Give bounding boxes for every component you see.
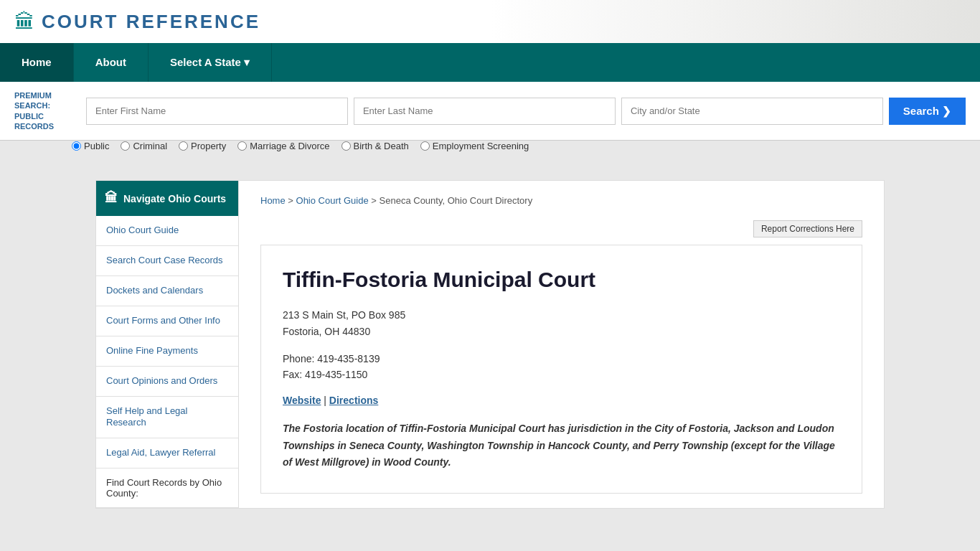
first-name-input[interactable] (86, 98, 348, 125)
sidebar: 🏛 Navigate Ohio Courts Ohio Court Guide … (95, 180, 239, 509)
content-panel: Home > Ohio Court Guide > Seneca County,… (239, 180, 885, 509)
main-container: 🏛 Navigate Ohio Courts Ohio Court Guide … (95, 180, 885, 509)
sidebar-item-dockets[interactable]: Dockets and Calendars (96, 276, 238, 306)
nav-about[interactable]: About (74, 43, 149, 82)
search-button[interactable]: Search ❯ (889, 98, 966, 125)
address-line1: 213 S Main St, PO Box 985 (283, 309, 405, 321)
nav-select-state[interactable]: Select A State ▾ (149, 43, 272, 82)
sidebar-item-find-records: Find Court Records by Ohio County: (96, 468, 238, 508)
header: 🏛 COURT REFERENCE (0, 0, 980, 43)
sidebar-icon: 🏛 (105, 191, 118, 206)
option-marriage[interactable]: Marriage & Divorce (237, 141, 329, 151)
sidebar-title: Navigate Ohio Courts (123, 193, 226, 204)
fax: Fax: 419-435-1150 (283, 369, 367, 380)
website-link[interactable]: Website (283, 395, 321, 406)
option-property[interactable]: Property (179, 141, 226, 151)
sidebar-item-fines[interactable]: Online Fine Payments (96, 336, 238, 367)
court-name: Tiffin-Fostoria Municipal Court (283, 267, 840, 293)
last-name-input[interactable] (354, 98, 616, 125)
directions-link[interactable]: Directions (329, 395, 378, 406)
search-bar: PREMIUM SEARCH: PUBLIC RECORDS Search ❯ (0, 82, 980, 141)
report-corrections-button[interactable]: Report Corrections Here (753, 220, 862, 237)
option-criminal[interactable]: Criminal (121, 141, 167, 151)
search-inputs: Search ❯ (86, 98, 966, 125)
link-separator: | (324, 395, 329, 406)
sidebar-item-case-records[interactable]: Search Court Case Records (96, 246, 238, 276)
report-btn-wrap: Report Corrections Here (260, 220, 862, 237)
search-options: Public Criminal Property Marriage & Divo… (72, 141, 980, 151)
nav-home[interactable]: Home (0, 43, 74, 82)
option-birth[interactable]: Birth & Death (341, 141, 409, 151)
logo-icon: 🏛 (14, 10, 34, 34)
option-employment[interactable]: Employment Screening (420, 141, 529, 151)
court-description: The Fostoria location of Tiffin-Fostoria… (283, 420, 840, 471)
breadcrumb-current: Seneca County, Ohio Court Directory (380, 195, 533, 206)
sidebar-item-legal-aid[interactable]: Legal Aid, Lawyer Referral (96, 438, 238, 468)
premium-label: PREMIUM SEARCH: PUBLIC RECORDS (14, 90, 79, 131)
breadcrumb-home[interactable]: Home (260, 195, 286, 206)
breadcrumb-ohio-court[interactable]: Ohio Court Guide (296, 195, 369, 206)
main-nav: Home About Select A State ▾ (0, 43, 980, 82)
court-phone: Phone: 419-435-8139 Fax: 419-435-1150 (283, 351, 840, 383)
address-line2: Fostoria, OH 44830 (283, 326, 370, 337)
option-public[interactable]: Public (72, 141, 109, 151)
sidebar-item-forms[interactable]: Court Forms and Other Info (96, 306, 238, 336)
court-links: Website | Directions (283, 395, 840, 406)
logo-text: COURT REFERENCE (42, 11, 260, 33)
sidebar-item-self-help[interactable]: Self Help and Legal Research (96, 397, 238, 439)
sidebar-item-opinions[interactable]: Court Opinions and Orders (96, 367, 238, 397)
breadcrumb: Home > Ohio Court Guide > Seneca County,… (260, 195, 862, 206)
sidebar-item-ohio-court-guide[interactable]: Ohio Court Guide (96, 216, 238, 246)
court-address: 213 S Main St, PO Box 985 Fostoria, OH 4… (283, 307, 840, 339)
sidebar-header: 🏛 Navigate Ohio Courts (96, 181, 238, 216)
court-detail-card: Tiffin-Fostoria Municipal Court 213 S Ma… (260, 245, 862, 494)
city-input[interactable] (621, 98, 883, 125)
phone: Phone: 419-435-8139 (283, 353, 380, 364)
